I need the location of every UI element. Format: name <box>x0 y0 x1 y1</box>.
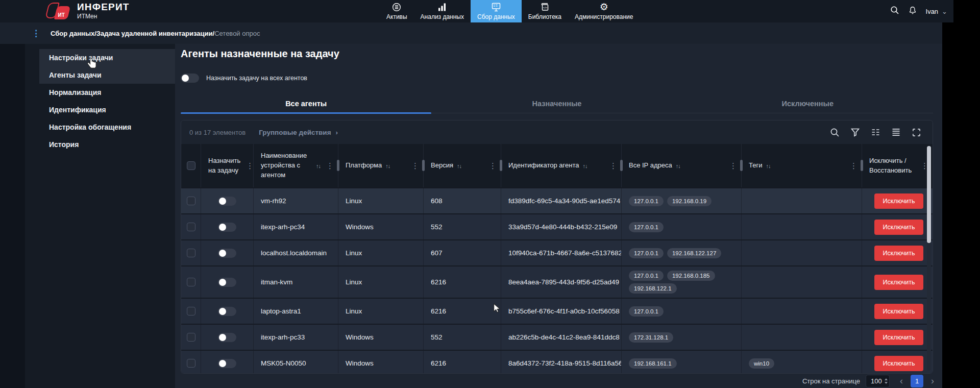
exclude-button[interactable]: Исключить <box>874 330 923 345</box>
exclude-button[interactable]: Исключить <box>874 246 923 261</box>
row-select-cell <box>181 325 201 350</box>
row-assign-cell <box>201 299 253 324</box>
column-menu-icon[interactable]: ⋮ <box>487 162 497 169</box>
analytics-icon <box>437 3 447 12</box>
table-row: itman-kvm Linux 6216 8eea4aea-7895-443d-… <box>181 265 933 298</box>
sidebar-item[interactable]: Агенты задачи <box>39 66 175 84</box>
svg-text:</>: </> <box>543 5 548 9</box>
table-row: localhost.localdomain Linux 607 10f940ca… <box>181 239 933 265</box>
agent-id-cell: 10f940ca-671b-4667-8a6e-c5137682 <box>501 240 621 265</box>
exclude-button[interactable]: Исключить <box>874 304 923 319</box>
sort-icon[interactable]: ↑↓ <box>316 163 321 169</box>
column-menu-icon[interactable]: ⋮ <box>409 162 419 169</box>
header-platform: Платформа ↑↓ ⋮ <box>338 144 423 187</box>
nav-item-assets[interactable]: Активы <box>380 0 414 22</box>
ip-badge: 172.31.128.1 <box>629 332 673 343</box>
action-cell: Исключить <box>862 351 933 374</box>
task-sidebar: Настройки задачи Агенты задачи Нормализа… <box>25 44 175 388</box>
assign-toggle[interactable] <box>218 307 236 316</box>
sidebar-item-label: Настройки задачи <box>49 54 113 62</box>
prev-page-icon[interactable]: ‹ <box>900 376 903 385</box>
nav-item-library[interactable]: </> Библиотека <box>522 0 568 22</box>
selection-count: 0 из 17 элементов <box>189 129 246 136</box>
search-icon[interactable] <box>830 128 840 137</box>
assign-toggle[interactable] <box>218 249 236 258</box>
device-name-cell: localhost.localdomain <box>253 240 338 265</box>
sort-icon[interactable]: ↑↓ <box>676 163 680 169</box>
sidebar-item[interactable]: История <box>39 136 175 153</box>
data-collection-icon <box>491 3 501 12</box>
column-menu-icon[interactable]: ⋮ <box>727 162 737 169</box>
assign-toggle[interactable] <box>218 223 236 232</box>
stepper-arrows[interactable] <box>885 378 888 384</box>
scrollbar-thumb[interactable] <box>927 146 931 243</box>
nav-item-data-collection[interactable]: Сбор данных <box>471 0 522 22</box>
exclude-button[interactable]: Исключить <box>874 275 923 290</box>
sort-icon[interactable]: ↑↓ <box>766 163 770 169</box>
nav-item-administration[interactable]: ⚙ Администрирование <box>568 0 640 22</box>
exclude-button[interactable]: Исключить <box>874 193 923 209</box>
user-menu[interactable]: Ivan ⌄ <box>926 8 947 15</box>
table-row: itexp-arh-pc33 Windows 552 ab226c5b-de4c… <box>181 324 933 350</box>
column-menu-icon[interactable]: ⋮ <box>324 162 334 169</box>
sort-icon[interactable]: ↑↓ <box>385 163 390 169</box>
sidebar-item[interactable]: Настройка обогащения <box>39 118 175 136</box>
row-checkbox[interactable] <box>187 359 195 368</box>
sidebar-item[interactable]: Нормализация <box>39 84 175 101</box>
group-actions-link[interactable]: Групповые действия › <box>259 129 338 136</box>
tab-assigned[interactable]: Назначенные <box>431 95 682 113</box>
app-logo[interactable]: ИТ ИНФЕРИТ ИТМен <box>46 2 130 20</box>
nav-item-data-analysis[interactable]: Анализ данных <box>414 0 471 22</box>
column-menu-icon[interactable]: ⋮ <box>848 162 857 169</box>
sort-icon[interactable]: ↑↓ <box>582 163 587 169</box>
ip-addresses-cell: 127.0.0.1192.168.0.19 <box>621 188 741 213</box>
search-icon[interactable] <box>890 6 899 17</box>
assign-toggle[interactable] <box>218 359 236 368</box>
tags-cell <box>741 240 862 265</box>
assign-all-toggle[interactable] <box>181 74 199 83</box>
rows-per-page-input[interactable] <box>871 377 883 385</box>
select-all-checkbox[interactable] <box>187 161 195 170</box>
rows-per-page-stepper[interactable] <box>866 375 890 387</box>
column-menu-icon[interactable]: ⋮ <box>244 162 254 169</box>
assign-toggle[interactable] <box>218 278 236 287</box>
row-view-icon[interactable] <box>891 128 901 137</box>
breadcrumb-path[interactable]: Сбор данных/Задача удаленной инвентариза… <box>51 30 214 37</box>
column-menu-icon[interactable]: ⋮ <box>607 162 617 169</box>
row-checkbox[interactable] <box>187 249 195 257</box>
breadcrumb-kebab-icon[interactable]: ⋮ <box>32 28 40 39</box>
brand-name: ИНФЕРИТ <box>77 2 130 13</box>
fullscreen-icon[interactable] <box>912 128 921 137</box>
header-tags: Теги ↑↓ ⋮ <box>741 144 862 187</box>
sidebar-item[interactable]: Идентификация <box>39 101 175 118</box>
tab-excluded[interactable]: Исключенные <box>682 95 933 113</box>
version-cell: 607 <box>423 240 501 265</box>
ip-addresses-cell: 172.31.128.1 <box>621 325 741 350</box>
current-page-button[interactable]: 1 <box>911 375 923 387</box>
assign-toggle[interactable] <box>218 197 236 206</box>
version-cell: 6216 <box>423 351 501 374</box>
action-cell: Исключить <box>862 299 933 324</box>
exclude-button[interactable]: Исключить <box>874 220 923 235</box>
notifications-bell-icon[interactable] <box>908 6 917 17</box>
tab-all-agents[interactable]: Все агенты <box>181 95 431 113</box>
next-page-icon[interactable]: › <box>931 376 934 385</box>
row-checkbox[interactable] <box>187 197 195 205</box>
sort-icon[interactable]: ↑↓ <box>457 163 461 169</box>
gear-icon: ⚙ <box>600 3 608 12</box>
version-cell: 608 <box>423 188 501 213</box>
filter-icon[interactable] <box>850 128 860 137</box>
sidebar-item[interactable]: Настройки задачи <box>39 49 175 66</box>
action-cell: Исключить <box>862 240 933 265</box>
column-view-icon[interactable] <box>871 128 880 137</box>
row-checkbox[interactable] <box>187 307 195 316</box>
inferit-logo-icon: ИТ <box>46 2 70 20</box>
rows-per-page-label: Строк на странице <box>802 377 860 385</box>
version-cell: 6216 <box>423 266 501 298</box>
row-checkbox[interactable] <box>187 278 195 286</box>
exclude-button[interactable]: Исключить <box>874 356 923 371</box>
row-checkbox[interactable] <box>187 223 195 231</box>
vertical-scrollbar[interactable] <box>927 146 931 371</box>
row-checkbox[interactable] <box>187 333 195 342</box>
assign-toggle[interactable] <box>218 333 236 342</box>
